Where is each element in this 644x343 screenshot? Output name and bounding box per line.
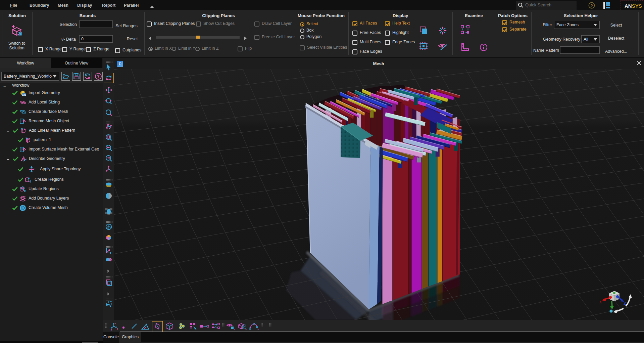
svg-text:Y: Y	[610, 305, 612, 309]
svg-text:x: x	[111, 329, 112, 331]
svg-text:F: F	[119, 62, 121, 66]
svg-text:?: ?	[591, 4, 593, 8]
svg-text:y: y	[117, 327, 118, 330]
svg-text:CAD: CAD	[22, 94, 26, 96]
svg-text:z: z	[115, 322, 116, 325]
svg-text:X: X	[599, 300, 602, 304]
svg-text:Z: Z	[624, 301, 626, 305]
svg-text:?: ?	[97, 74, 99, 79]
